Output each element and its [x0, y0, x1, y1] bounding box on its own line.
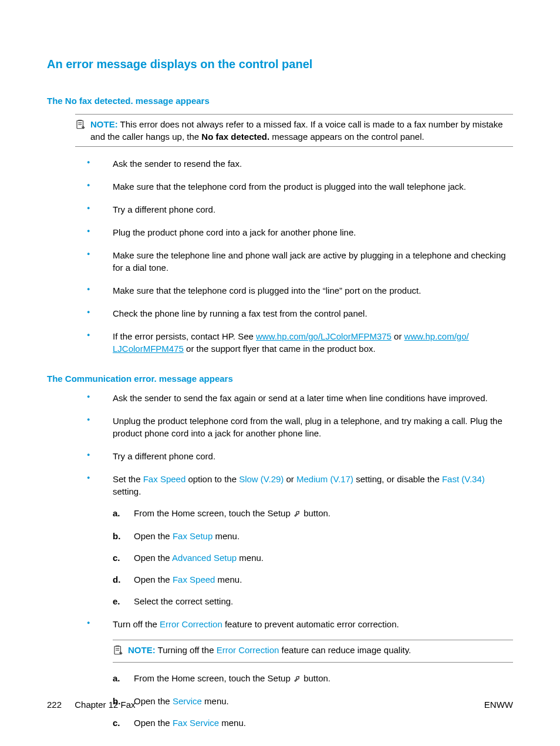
step-marker: c.	[113, 552, 134, 564]
text: Open the	[134, 574, 173, 584]
note-bold-term: No fax detected.	[201, 132, 269, 142]
wrench-icon	[293, 673, 301, 685]
wrench-icon	[293, 508, 301, 520]
text: Open the	[134, 531, 173, 541]
ui-term: Medium (V.17)	[296, 474, 353, 484]
list-item: Check the phone line by running a fax te…	[87, 307, 513, 320]
step-item: a. From the Home screen, touch the Setup…	[113, 507, 513, 520]
step-marker: e.	[113, 595, 134, 607]
step-text: Select the correct setting.	[134, 595, 233, 607]
text: menu.	[237, 553, 264, 563]
step-marker: d.	[113, 573, 134, 586]
list-item: Turn off the Error Correction feature to…	[87, 618, 513, 729]
document-page: An error message displays on the control…	[0, 0, 560, 746]
section2-list: Ask the sender to send the fax again or …	[87, 392, 513, 729]
text: setting.	[113, 486, 141, 496]
text: feature to prevent automatic error corre…	[222, 619, 399, 629]
page-footer: 222 Chapter 12 Fax ENWW	[47, 698, 513, 711]
footer-left: 222 Chapter 12 Fax	[47, 698, 136, 711]
list-item: Try a different phone cord.	[87, 203, 513, 216]
step-marker: a.	[113, 507, 134, 520]
list-item: Unplug the product telephone cord from t…	[87, 415, 513, 439]
note-label: NOTE:	[128, 645, 156, 655]
ui-term: Fax Speed	[143, 474, 186, 484]
step-item: c. Open the Fax Service menu.	[113, 717, 513, 729]
text: or	[392, 331, 404, 341]
section1-list: Ask the sender to resend the fax. Make s…	[87, 157, 513, 355]
text: menu.	[212, 531, 239, 541]
ui-term: Fast (V.34)	[442, 474, 485, 484]
text: menu.	[215, 574, 242, 584]
step-text: From the Home screen, touch the Setup bu…	[134, 507, 330, 520]
link[interactable]: www.hp.com/go/	[404, 331, 469, 341]
note-icon	[75, 118, 90, 133]
step-item: e. Select the correct setting.	[113, 595, 513, 607]
text: Open the	[134, 718, 173, 728]
list-item: Ask the sender to send the fax again or …	[87, 392, 513, 404]
ui-term: Error Correction	[217, 645, 279, 655]
footer-right: ENWW	[484, 698, 513, 711]
step-item: b. Open the Fax Setup menu.	[113, 530, 513, 542]
link[interactable]: LJColorMFPM475	[113, 344, 184, 354]
step-marker: b.	[113, 530, 134, 542]
page-heading: An error message displays on the control…	[47, 56, 513, 72]
list-item: If the error persists, contact HP. See w…	[87, 330, 513, 355]
list-item: Plug the product phone cord into a jack …	[87, 226, 513, 238]
text: Set the	[113, 474, 143, 484]
text: From the Home screen, touch the Setup	[134, 508, 293, 518]
note-text: NOTE: This error does not always refer t…	[90, 118, 513, 143]
text: From the Home screen, touch the Setup	[134, 673, 293, 683]
text: button.	[301, 673, 330, 683]
link[interactable]: www.hp.com/go/LJColorMFPM375	[256, 331, 392, 341]
step-item: d. Open the Fax Speed menu.	[113, 573, 513, 586]
section1-heading: The No fax detected. message appears	[47, 95, 513, 107]
ui-term: Error Correction	[160, 619, 222, 629]
section2-heading: The Communication error. message appears	[47, 372, 513, 385]
sub-steps: a. From the Home screen, touch the Setup…	[113, 507, 513, 607]
text: or	[284, 474, 296, 484]
note-text: NOTE: Turning off the Error Correction f…	[128, 644, 513, 656]
step-text: Open the Fax Speed menu.	[134, 573, 242, 586]
text: Open the	[134, 553, 172, 563]
text: button.	[301, 508, 330, 518]
ui-term: Fax Setup	[173, 531, 212, 541]
list-item: Set the Fax Speed option to the Slow (V.…	[87, 473, 513, 607]
step-text: Open the Fax Service menu.	[134, 717, 246, 729]
note-block: NOTE: Turning off the Error Correction f…	[113, 640, 513, 663]
list-item: Make sure that the telephone cord from t…	[87, 180, 513, 193]
text: Turning off the	[158, 645, 217, 655]
text: or the support flyer that came in the pr…	[184, 344, 376, 354]
ui-term: Slow (V.29)	[239, 474, 284, 484]
text: setting, or disable the	[353, 474, 442, 484]
note-block: NOTE: This error does not always refer t…	[75, 114, 513, 147]
step-item: c. Open the Advanced Setup menu.	[113, 552, 513, 564]
ui-term: Advanced Setup	[172, 553, 237, 563]
chapter-label: Chapter 12 Fax	[75, 700, 135, 710]
note-label: NOTE:	[90, 119, 118, 129]
list-item: Make sure that the telephone cord is plu…	[87, 284, 513, 297]
text: menu.	[219, 718, 246, 728]
note-icon	[113, 644, 128, 658]
step-text: Open the Advanced Setup menu.	[134, 552, 264, 564]
step-marker: a.	[113, 672, 134, 685]
note-text-post: message appears on the control panel.	[269, 132, 424, 142]
ui-term: Fax Speed	[173, 574, 215, 584]
text: Turn off the	[113, 619, 160, 629]
text: If the error persists, contact HP. See	[113, 331, 256, 341]
list-item: Try a different phone cord.	[87, 450, 513, 462]
step-text: From the Home screen, touch the Setup bu…	[134, 672, 330, 685]
page-number: 222	[47, 700, 62, 710]
step-item: a. From the Home screen, touch the Setup…	[113, 672, 513, 685]
ui-term: Fax Service	[173, 718, 219, 728]
step-marker: c.	[113, 717, 134, 729]
text: option to the	[185, 474, 239, 484]
text: feature can reduce image quality.	[279, 645, 411, 655]
list-item: Ask the sender to resend the fax.	[87, 157, 513, 170]
list-item: Make sure the telephone line and phone w…	[87, 249, 513, 274]
step-text: Open the Fax Setup menu.	[134, 530, 239, 542]
